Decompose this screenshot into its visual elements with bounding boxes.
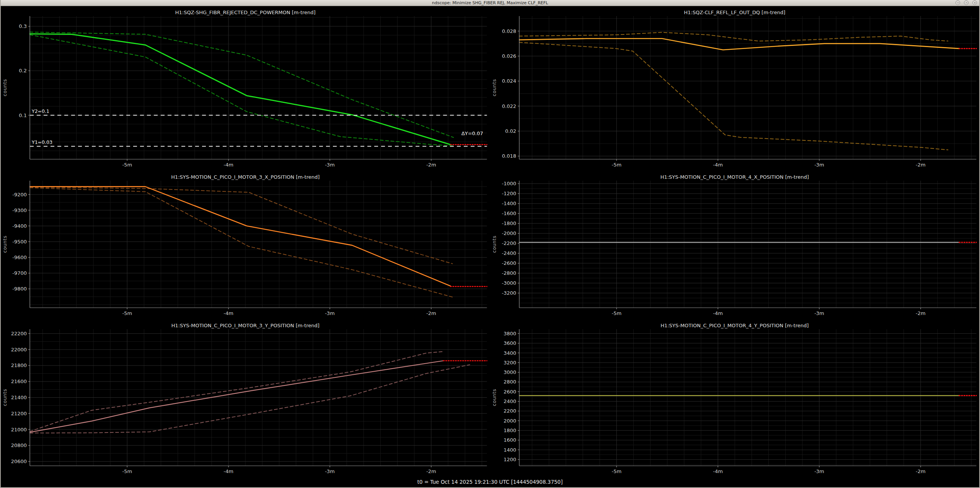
plot-motion-motor-4-x-position[interactable]: H1:SYS-MOTION_C_PICO_I_MOTOR_4_X_POSITIO… xyxy=(490,171,980,319)
y-tick-label: 1400 xyxy=(503,447,516,453)
ndscope-window: ndscope: Minimize SHG_FIBER REJ, Maximiz… xyxy=(0,0,980,488)
x-tick-label: -2m xyxy=(916,162,926,168)
y-tick-label: 2600 xyxy=(503,389,516,395)
y-tick-label: -3200 xyxy=(502,290,516,296)
plot-title: H1:SYS-MOTION_C_PICO_I_MOTOR_4_X_POSITIO… xyxy=(490,174,980,180)
x-tick-label: -2m xyxy=(426,162,436,168)
x-tick-label: -4m xyxy=(223,468,233,474)
y-tick-label: 21000 xyxy=(11,427,27,433)
t0-timestamp: t0 = Tue Oct 14 2025 19:21:30 UTC [14445… xyxy=(417,479,563,485)
y-tick-label: 21600 xyxy=(11,379,27,384)
series-max xyxy=(519,33,948,41)
y-axis-unit-label: counts xyxy=(2,236,8,253)
minimize-button[interactable] xyxy=(956,0,960,5)
x-tick-label: -3m xyxy=(814,310,824,316)
plot-canvas-motor4-y[interactable]: 3800360034003200300028002600240022002000… xyxy=(490,319,980,477)
series-max xyxy=(30,352,444,432)
maximize-button[interactable] xyxy=(964,0,969,5)
plot-sqz-clf-refl-lf-out-dq[interactable]: H1:SQZ-CLF_REFL_LF_OUT_DQ [m-trend] 0.02… xyxy=(490,6,980,171)
series-mean xyxy=(519,39,959,50)
y-tick-label: 21200 xyxy=(11,411,27,416)
x-tick-label: -5m xyxy=(122,162,132,168)
chevron-down-icon xyxy=(957,2,959,4)
y-tick-label: 0.026 xyxy=(502,53,516,59)
y-tick-label: 3400 xyxy=(503,350,516,356)
y-tick-label: 1200 xyxy=(503,457,516,462)
y-tick-label: -2200 xyxy=(502,240,516,246)
x-tick-label: -5m xyxy=(122,310,132,316)
y-tick-label: 0.018 xyxy=(502,153,516,159)
series-min xyxy=(519,42,948,150)
y-axis-unit-label: counts xyxy=(491,79,497,96)
x-tick-label: -2m xyxy=(426,468,436,474)
y-tick-label: 22000 xyxy=(11,347,27,353)
x-tick-label: -4m xyxy=(713,162,723,168)
x-tick-label: -4m xyxy=(223,162,233,168)
plot-canvas-motor3-x[interactable]: -9200-9300-9400-9500-9600-9700-9800-5m-4… xyxy=(1,171,490,319)
plot-title: H1:SYS-MOTION_C_PICO_I_MOTOR_4_Y_POSITIO… xyxy=(490,323,980,328)
y-tick-label: 2400 xyxy=(503,398,516,404)
y-tick-label: -2400 xyxy=(502,250,516,256)
y-tick-label: 2200 xyxy=(503,408,516,414)
plot-motion-motor-3-y-position[interactable]: H1:SYS-MOTION_C_PICO_I_MOTOR_3_Y_POSITIO… xyxy=(1,319,490,477)
plot-canvas-motor3-y[interactable]: 2220022000218002160021400212002100020800… xyxy=(1,319,490,477)
window-titlebar[interactable]: ndscope: Minimize SHG_FIBER REJ, Maximiz… xyxy=(1,0,979,6)
y-tick-label: 3800 xyxy=(503,331,516,336)
x-tick-label: -4m xyxy=(713,310,723,316)
x-tick-label: -5m xyxy=(611,468,621,474)
x-tick-label: -3m xyxy=(325,468,335,474)
y-tick-label: 0.02 xyxy=(505,128,516,134)
series-mean xyxy=(30,34,450,145)
y-tick-label: 21400 xyxy=(11,395,27,400)
y-tick-label: 2000 xyxy=(503,418,516,424)
y-tick-label: -1600 xyxy=(502,211,516,216)
x-tick-label: -3m xyxy=(325,310,335,316)
y-tick-label: -9600 xyxy=(12,255,27,260)
x-tick-label: -5m xyxy=(611,162,621,168)
y-tick-label: 0.028 xyxy=(502,28,516,34)
y-tick-label: -9500 xyxy=(12,239,27,245)
x-tick-label: -5m xyxy=(122,468,132,474)
y-tick-label: 0.2 xyxy=(19,68,27,73)
y-tick-label: 21800 xyxy=(11,362,27,368)
y-axis-unit-label: counts xyxy=(2,389,8,406)
y-axis-unit-label: counts xyxy=(2,79,8,96)
close-icon xyxy=(973,2,976,4)
plot-motion-motor-3-x-position[interactable]: H1:SYS-MOTION_C_PICO_I_MOTOR_3_X_POSITIO… xyxy=(1,171,490,319)
plot-canvas-motor4-x[interactable]: -1000-1200-1400-1600-1800-2000-2200-2400… xyxy=(490,171,980,319)
y-tick-label: 3000 xyxy=(503,369,516,375)
cursor-label: Y1=0.03 xyxy=(31,139,52,145)
y-tick-label: -1400 xyxy=(502,201,516,206)
plot-motion-motor-4-y-position[interactable]: H1:SYS-MOTION_C_PICO_I_MOTOR_4_Y_POSITIO… xyxy=(490,319,980,477)
plot-canvas-shg-fibr[interactable]: Y2=0.1Y1=0.03ΔY=0.070.30.20.1-5m-4m-3m-2… xyxy=(1,6,490,171)
plot-title: H1:SQZ-SHG_FIBR_REJECTED_DC_POWERMON [m-… xyxy=(1,10,490,15)
series-mean xyxy=(30,187,450,286)
y-tick-label: 0.024 xyxy=(502,78,516,84)
y-tick-label: -2000 xyxy=(502,230,516,236)
y-tick-label: 3600 xyxy=(503,340,516,346)
chevron-up-icon xyxy=(965,2,968,4)
plot-title: H1:SYS-MOTION_C_PICO_I_MOTOR_3_Y_POSITIO… xyxy=(1,323,490,328)
plot-title: H1:SQZ-CLF_REFL_LF_OUT_DQ [m-trend] xyxy=(490,10,980,15)
y-tick-label: -9700 xyxy=(12,270,27,276)
y-tick-label: 3200 xyxy=(503,360,516,366)
plot-sqz-shg-fibr-rejected-dc-powermon[interactable]: H1:SQZ-SHG_FIBR_REJECTED_DC_POWERMON [m-… xyxy=(1,6,490,171)
y-tick-label: -9300 xyxy=(12,207,27,213)
cursor-label: Y2=0.1 xyxy=(31,108,49,114)
y-tick-label: -9400 xyxy=(12,223,27,229)
delta-y-label: ΔY=0.07 xyxy=(461,131,483,136)
plot-title: H1:SYS-MOTION_C_PICO_I_MOTOR_3_X_POSITIO… xyxy=(1,174,490,180)
status-bar: t0 = Tue Oct 14 2025 19:21:30 UTC [14445… xyxy=(1,477,979,487)
y-tick-label: 0.3 xyxy=(19,23,27,29)
y-tick-label: 20600 xyxy=(11,459,27,464)
close-button[interactable] xyxy=(972,0,977,5)
y-tick-label: -2600 xyxy=(502,260,516,266)
x-tick-label: -2m xyxy=(916,468,926,474)
series-min xyxy=(30,365,470,433)
y-tick-label: -2800 xyxy=(502,270,516,276)
y-tick-label: 0.022 xyxy=(502,103,516,109)
y-tick-label: -9200 xyxy=(12,192,27,197)
y-tick-label: 1800 xyxy=(503,428,516,433)
y-tick-label: -3000 xyxy=(502,280,516,286)
plot-canvas-clf-refl[interactable]: 0.0280.0260.0240.0220.020.018-5m-4m-3m-2… xyxy=(490,6,980,171)
